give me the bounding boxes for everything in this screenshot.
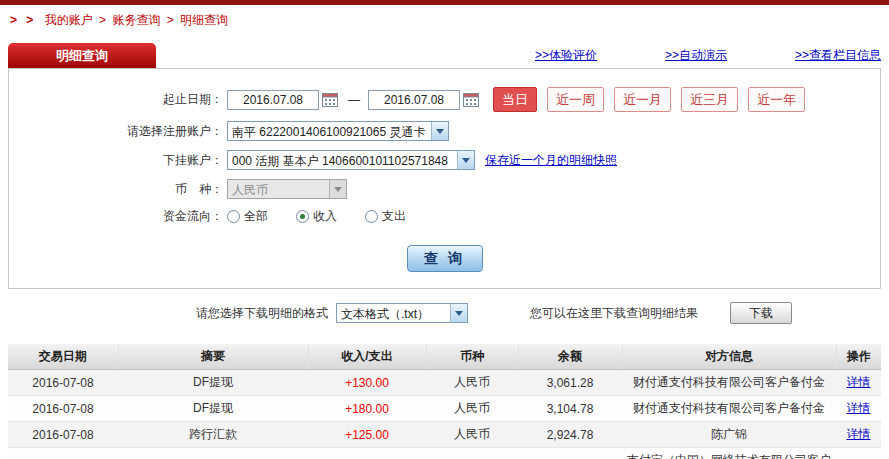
table-row: 2016-07-08 DF提现 +180.00 人民币 3,104.78 财付通… [8,396,881,422]
table-header-row: 交易日期 摘要 收入/支出 币种 余额 对方信息 操作 [8,344,881,370]
chevron-down-icon [450,304,467,322]
sub-account-row: 下挂账户： 000 活期 基本户 1406600101102571848 保存近… [9,150,880,170]
chevron-down-icon [457,151,474,169]
flow-option-expense[interactable]: 支出 [365,208,406,225]
register-account-row: 请选择注册账户： 南平 6222001406100921065 灵通卡 [9,121,880,141]
flow-option-income-label: 收入 [313,208,337,225]
col-header-summary: 摘要 [118,344,308,370]
chevron-down-icon [329,180,346,198]
cell-balance: 2,924.78 [518,422,622,448]
cell-date: 2016-07-08 [8,448,118,459]
currency-value: 人民币 [228,180,329,198]
query-button[interactable]: 查 询 [407,245,483,272]
currency-row: 币 种： 人民币 [9,179,880,199]
download-bar: 请您选择下载明细的格式 文本格式（.txt） 您可以在这里下载查询明细结果 下载 [8,302,881,324]
cell-amount: +130.00 [308,370,426,396]
breadcrumb-item-my-account[interactable]: 我的账户 [45,13,93,27]
link-auto-demo[interactable]: >>自动演示 [665,47,727,64]
col-header-balance: 余额 [518,344,622,370]
sub-account-value: 000 活期 基本户 1406600101102571848 [228,151,457,169]
cell-currency: 人民币 [426,422,518,448]
flow-label: 资金流向： [9,208,227,225]
sub-account-select[interactable]: 000 活期 基本户 1406600101102571848 [227,150,475,170]
range-last-week-button[interactable]: 近一周 [547,87,604,112]
cell-amount: +125.00 [308,422,426,448]
cell-date: 2016-07-08 [8,396,118,422]
download-format-label: 请您选择下载明细的格式 [196,305,328,322]
calendar-icon[interactable] [461,91,481,109]
col-header-action: 操作 [836,344,881,370]
header-links: >>体验评价 >>自动演示 >>查看栏目信息 [535,47,881,68]
tab-row: 明细查询 >>体验评价 >>自动演示 >>查看栏目信息 [0,34,889,68]
table-row: 2016-07-08 DF提现 +130.00 人民币 3,061.28 财付通… [8,370,881,396]
link-column-info[interactable]: >>查看栏目信息 [795,47,881,64]
download-hint: 您可以在这里下载查询明细结果 [530,305,698,322]
register-account-label: 请选择注册账户： [9,123,227,140]
cell-summary: DF提现 [118,396,308,422]
breadcrumb-item-account-query[interactable]: 账务查询 [112,13,160,27]
cell-balance: 3,061.28 [518,370,622,396]
query-form-panel: 起止日期： — [8,68,881,289]
breadcrumb: > > 我的账户 > 账务查询 > 明细查询 [0,5,889,34]
col-header-date: 交易日期 [8,344,118,370]
tab-detail-query[interactable]: 明细查询 [8,43,156,68]
flow-option-all-label: 全部 [244,208,268,225]
range-last-month-button[interactable]: 近一月 [614,87,671,112]
cell-date: 2016-07-08 [8,422,118,448]
cell-counterparty: 支付宝（中国）网络技术有限公司客户备付金 [622,448,836,459]
cell-counterparty: 财付通支付科技有限公司客户备付金 [622,396,836,422]
radio-checked-icon [296,210,309,223]
breadcrumb-arrows-icon: > > [10,13,36,27]
breadcrumb-separator: > [167,13,174,27]
flow-option-all[interactable]: 全部 [227,208,268,225]
chevron-down-icon [431,122,448,140]
cell-currency: 人民币 [426,448,518,459]
cell-summary: 跨行汇款 [118,422,308,448]
register-account-value: 南平 6222001406100921065 灵通卡 [228,122,431,140]
col-header-counterparty: 对方信息 [622,344,836,370]
register-account-select[interactable]: 南平 6222001406100921065 灵通卡 [227,121,449,141]
cell-balance: 3,104.78 [518,396,622,422]
col-header-amount: 收入/支出 [308,344,426,370]
range-today-button[interactable]: 当日 [493,87,537,112]
download-format-select[interactable]: 文本格式（.txt） [336,303,468,323]
cell-summary: 陈广锦支付宝 [118,448,308,459]
cell-balance: 2,799.78 [518,448,622,459]
end-date-input[interactable] [368,90,460,110]
link-experience-feedback[interactable]: >>体验评价 [535,47,597,64]
detail-link[interactable]: 详情 [847,427,871,441]
flow-option-income[interactable]: 收入 [296,208,337,225]
table-row: 2016-07-08 陈广锦支付宝 +1,235.00 人民币 2,799.78… [8,448,881,459]
cell-currency: 人民币 [426,370,518,396]
detail-link[interactable]: 详情 [847,375,871,389]
flow-option-expense-label: 支出 [382,208,406,225]
start-date-input[interactable] [227,90,319,110]
range-last-3-months-button[interactable]: 近三月 [681,87,738,112]
cell-currency: 人民币 [426,396,518,422]
breadcrumb-item-detail-query[interactable]: 明细查询 [180,13,228,27]
radio-icon [365,210,378,223]
cell-counterparty: 财付通支付科技有限公司客户备付金 [622,370,836,396]
sub-account-label: 下挂账户： [9,152,227,169]
page: > > 我的账户 > 账务查询 > 明细查询 明细查询 >>体验评价 >>自动演… [0,0,889,459]
cell-amount: +1,235.00 [308,448,426,459]
cell-date: 2016-07-08 [8,370,118,396]
date-range-label: 起止日期： [9,91,227,108]
cell-counterparty: 陈广锦 [622,422,836,448]
detail-link[interactable]: 详情 [847,401,871,415]
save-snapshot-link[interactable]: 保存近一个月的明细快照 [485,152,617,169]
results-table: 交易日期 摘要 收入/支出 币种 余额 对方信息 操作 2016-07-08 D… [8,344,881,459]
currency-select: 人民币 [227,179,347,199]
date-range-row: 起止日期： — [9,87,880,112]
cell-amount: +180.00 [308,396,426,422]
radio-icon [227,210,240,223]
currency-label: 币 种： [9,181,227,198]
download-button[interactable]: 下载 [730,302,792,324]
calendar-icon[interactable] [320,91,340,109]
range-last-year-button[interactable]: 近一年 [748,87,805,112]
table-row: 2016-07-08 跨行汇款 +125.00 人民币 2,924.78 陈广锦… [8,422,881,448]
download-format-value: 文本格式（.txt） [337,304,450,322]
cell-summary: DF提现 [118,370,308,396]
col-header-currency: 币种 [426,344,518,370]
date-range-dash: — [348,93,360,107]
